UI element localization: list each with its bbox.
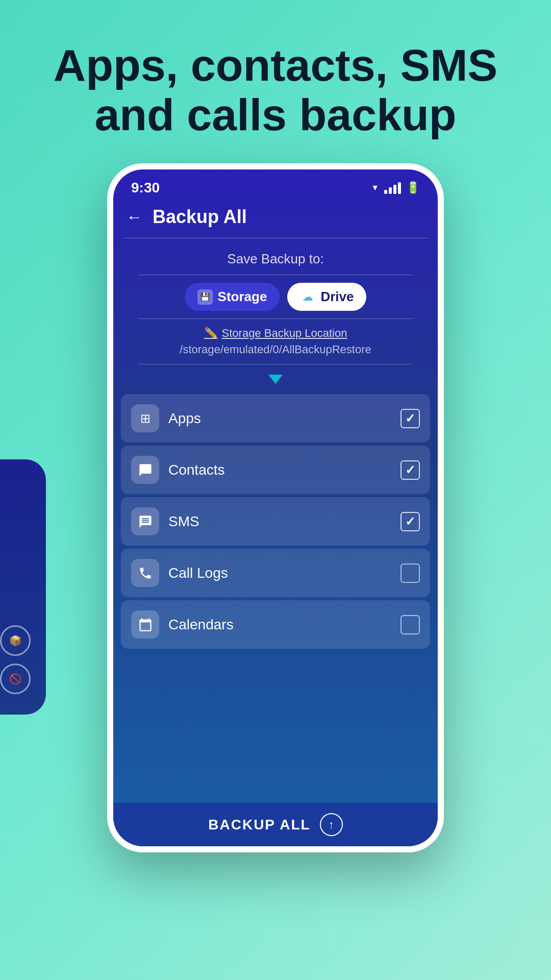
- screen-title: Backup All: [153, 206, 247, 228]
- calendars-label: Calendars: [168, 617, 391, 633]
- drive-icon: ☁: [300, 289, 315, 305]
- apps-checkbox[interactable]: [400, 409, 420, 428]
- content-area: Save Backup to: 💾 Storage ☁ Drive: [113, 238, 438, 846]
- partial-phone-decoration: 📦 🚫: [0, 459, 46, 715]
- list-item-sms[interactable]: SMS: [121, 497, 430, 546]
- page-header-title: Apps, contacts, SMS and calls backup: [0, 0, 551, 160]
- section-divider-2: [139, 318, 412, 319]
- drive-label: Drive: [320, 289, 354, 305]
- sms-label: SMS: [168, 513, 391, 530]
- phone-mockup: 9:30 ▼ 🔋 ← Backu: [107, 163, 444, 852]
- partial-icon-1: 📦: [0, 625, 31, 656]
- calendars-icon: [131, 610, 159, 639]
- contacts-label: Contacts: [168, 462, 391, 478]
- bottom-action-bar[interactable]: BACKUP ALL ↑: [113, 803, 438, 846]
- save-backup-section: Save Backup to: 💾 Storage ☁ Drive: [113, 238, 438, 394]
- status-icons: ▼ 🔋: [371, 181, 420, 194]
- backup-options: 💾 Storage ☁ Drive: [185, 283, 367, 311]
- battery-icon: 🔋: [406, 181, 420, 194]
- sms-checkbox[interactable]: [400, 512, 420, 531]
- list-item-contacts[interactable]: Contacts: [121, 446, 430, 494]
- sms-icon: [131, 507, 159, 535]
- backup-items-list: ⊞ Apps Contacts: [113, 394, 438, 803]
- storage-path: /storage/emulated/0/AllBackupRestore: [180, 343, 371, 356]
- top-bar: ← Backup All: [113, 201, 438, 238]
- upload-icon: ↑: [320, 813, 343, 836]
- section-divider-3: [139, 364, 412, 364]
- storage-icon: 💾: [197, 289, 213, 305]
- wifi-icon: ▼: [371, 183, 379, 192]
- list-item-apps[interactable]: ⊞ Apps: [121, 394, 430, 443]
- list-item-call-logs[interactable]: Call Logs: [121, 549, 430, 597]
- section-divider: [139, 275, 412, 275]
- contacts-checkbox[interactable]: [400, 460, 420, 480]
- call-logs-checkbox[interactable]: [400, 564, 420, 583]
- calendars-checkbox[interactable]: [400, 615, 420, 634]
- storage-location-label: Storage Backup Location: [222, 327, 347, 340]
- storage-label: Storage: [218, 289, 267, 305]
- back-button[interactable]: ←: [126, 208, 142, 227]
- phone-frame: 9:30 ▼ 🔋 ← Backu: [107, 163, 444, 852]
- status-time: 9:30: [131, 180, 160, 196]
- list-item-calendars[interactable]: Calendars: [121, 600, 430, 649]
- apps-label: Apps: [168, 410, 391, 427]
- dropdown-arrow-icon: [268, 375, 283, 384]
- status-bar: 9:30 ▼ 🔋: [113, 169, 438, 201]
- storage-location-link[interactable]: ✏️ Storage Backup Location: [180, 327, 371, 340]
- backup-all-button-label: BACKUP ALL: [208, 817, 310, 833]
- partial-icon-2: 🚫: [0, 664, 31, 694]
- phone-screen: 9:30 ▼ 🔋 ← Backu: [113, 169, 438, 846]
- save-backup-label: Save Backup to:: [227, 251, 323, 267]
- storage-button[interactable]: 💾 Storage: [185, 283, 280, 311]
- apps-icon: ⊞: [131, 404, 159, 432]
- signal-bars-icon: [384, 182, 401, 194]
- call-logs-icon: [131, 559, 159, 587]
- edit-icon: ✏️: [204, 327, 218, 340]
- contacts-icon: [131, 456, 159, 484]
- call-logs-label: Call Logs: [168, 565, 391, 581]
- storage-location: ✏️ Storage Backup Location /storage/emul…: [180, 327, 371, 356]
- drive-button[interactable]: ☁ Drive: [287, 283, 366, 311]
